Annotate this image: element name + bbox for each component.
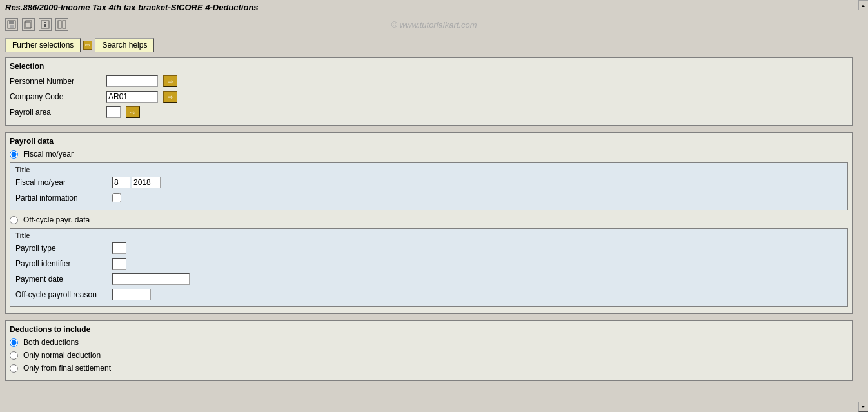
normal-deduction-group: Only normal deduction bbox=[10, 351, 848, 360]
both-deductions-radio[interactable] bbox=[10, 338, 18, 347]
fiscal-radio-label: Fiscal mo/year bbox=[23, 150, 74, 159]
fiscal-month-input[interactable] bbox=[112, 177, 130, 188]
fiscal-radio-group: Fiscal mo/year bbox=[10, 150, 848, 159]
payroll-area-row: Payroll area ⇨ bbox=[10, 106, 848, 119]
button-bar: Further selections ⇨ Search helps bbox=[5, 38, 853, 52]
svg-rect-6 bbox=[44, 22, 46, 23]
final-settlement-radio[interactable] bbox=[10, 364, 18, 373]
offcycle-reason-label: Off-cycle payroll reason bbox=[15, 290, 112, 299]
selection-section: Selection Personnel Number ⇨ Company Cod… bbox=[5, 57, 853, 126]
scroll-up-button[interactable]: ▲ bbox=[858, 0, 869, 10]
offcycle-radio[interactable] bbox=[10, 216, 18, 224]
payroll-data-title: Payroll data bbox=[10, 137, 848, 146]
right-scrollbar[interactable]: ▲ ▼ bbox=[858, 0, 868, 412]
payment-date-label: Payment date bbox=[15, 275, 112, 284]
personnel-number-label: Personnel Number bbox=[10, 77, 106, 86]
svg-rect-1 bbox=[9, 21, 14, 24]
selection-title: Selection bbox=[10, 62, 848, 71]
payroll-data-section: Payroll data Fiscal mo/year Title Fiscal… bbox=[5, 132, 853, 314]
svg-rect-8 bbox=[58, 21, 61, 28]
payroll-type-row: Payroll type bbox=[15, 242, 842, 255]
payment-date-input[interactable] bbox=[112, 273, 190, 285]
scroll-down-button[interactable]: ▼ bbox=[858, 402, 869, 412]
watermark: © www.tutorialkart.com bbox=[391, 20, 477, 30]
offcycle-reason-row: Off-cycle payroll reason bbox=[15, 288, 842, 301]
fiscal-mo-year-label: Fiscal mo/year bbox=[15, 178, 112, 187]
personnel-number-row: Personnel Number ⇨ bbox=[10, 75, 848, 88]
company-code-label: Company Code bbox=[10, 92, 106, 101]
company-code-row: Company Code ⇨ bbox=[10, 90, 848, 103]
svg-rect-7 bbox=[44, 24, 46, 27]
personnel-number-input[interactable] bbox=[106, 75, 158, 87]
fiscal-inner-section: Title Fiscal mo/year Partial information bbox=[10, 162, 848, 210]
partial-info-label: Partial information bbox=[15, 193, 112, 202]
payroll-area-arrow-button[interactable]: ⇨ bbox=[126, 106, 140, 118]
copy-icon[interactable] bbox=[22, 18, 35, 31]
offcycle-radio-group: Off-cycle payr. data bbox=[10, 215, 848, 224]
deductions-title: Deductions to include bbox=[10, 325, 848, 334]
partial-info-row: Partial information bbox=[15, 191, 842, 204]
main-content: Further selections ⇨ Search helps Select… bbox=[0, 34, 858, 401]
toolbar: © www.tutorialkart.com bbox=[0, 15, 868, 34]
offcycle-inner-section: Title Payroll type Payroll identifier Pa… bbox=[10, 228, 848, 307]
offcycle-radio-label: Off-cycle payr. data bbox=[23, 215, 90, 224]
partial-info-checkbox[interactable] bbox=[112, 193, 121, 202]
payroll-identifier-row: Payroll identifier bbox=[15, 257, 842, 270]
payroll-type-input[interactable] bbox=[112, 242, 126, 254]
payroll-type-label: Payroll type bbox=[15, 244, 112, 253]
fiscal-mo-year-row: Fiscal mo/year bbox=[15, 176, 842, 189]
payment-date-row: Payment date bbox=[15, 273, 842, 286]
payroll-identifier-input[interactable] bbox=[112, 258, 126, 270]
normal-deduction-radio[interactable] bbox=[10, 351, 18, 360]
company-code-input[interactable] bbox=[106, 91, 158, 103]
payroll-area-input[interactable] bbox=[106, 106, 121, 118]
svg-rect-9 bbox=[63, 21, 66, 28]
offcycle-reason-input[interactable] bbox=[112, 289, 151, 300]
fiscal-inner-title: Title bbox=[15, 166, 842, 173]
fiscal-year-input[interactable] bbox=[132, 177, 161, 188]
fiscal-radio[interactable] bbox=[10, 150, 18, 159]
company-code-arrow-button[interactable]: ⇨ bbox=[163, 91, 177, 103]
personnel-number-arrow-button[interactable]: ⇨ bbox=[163, 75, 177, 87]
save-icon[interactable] bbox=[5, 18, 18, 31]
title-text: Res.886/2000-Income Tax 4th tax bracket-… bbox=[5, 3, 259, 12]
further-selections-button[interactable]: Further selections bbox=[5, 38, 81, 52]
fiscal-year-inputs bbox=[112, 177, 161, 188]
both-deductions-group: Both deductions bbox=[10, 338, 848, 347]
payroll-identifier-label: Payroll identifier bbox=[15, 259, 112, 268]
final-settlement-group: Only from final settlement bbox=[10, 364, 848, 373]
final-settlement-label: Only from final settlement bbox=[23, 364, 111, 373]
search-helps-button[interactable]: Search helps bbox=[95, 38, 154, 52]
svg-rect-2 bbox=[10, 25, 14, 28]
search-helps-arrow-icon: ⇨ bbox=[83, 41, 92, 50]
both-deductions-label: Both deductions bbox=[23, 338, 79, 347]
payroll-area-label: Payroll area bbox=[10, 108, 106, 117]
info-icon[interactable] bbox=[39, 18, 52, 31]
nav-icon[interactable] bbox=[55, 18, 68, 31]
normal-deduction-label: Only normal deduction bbox=[23, 351, 101, 360]
deductions-section: Deductions to include Both deductions On… bbox=[5, 320, 853, 381]
title-bar: Res.886/2000-Income Tax 4th tax bracket-… bbox=[0, 0, 868, 15]
offcycle-inner-title: Title bbox=[15, 231, 842, 239]
